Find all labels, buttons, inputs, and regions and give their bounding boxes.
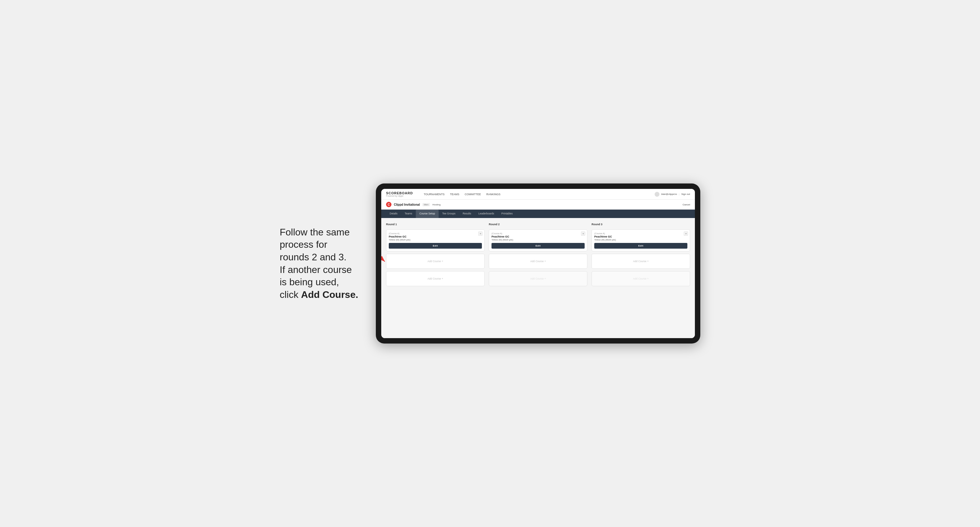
gender-badge: Men bbox=[422, 203, 430, 206]
instruction-line4: If another course bbox=[280, 264, 352, 275]
instruction-line2: process for bbox=[280, 239, 327, 250]
user-email: blair@clippd.io bbox=[661, 193, 677, 195]
powered-by: Powered by clippd bbox=[386, 195, 413, 197]
tab-details[interactable]: Details bbox=[386, 210, 401, 218]
nav-tournaments[interactable]: TOURNAMENTS bbox=[423, 192, 444, 197]
tab-leaderboards[interactable]: Leaderboards bbox=[475, 210, 498, 218]
nav-rankings[interactable]: RANKINGS bbox=[487, 192, 501, 197]
tournament-left: C Clippd Invitational Men Hosting bbox=[386, 202, 441, 207]
round-3-course-card: ✕ (Course A) Peachtree GC Yellow (M) (66… bbox=[592, 229, 690, 251]
round-3-course-details: Yellow (M) (6629 yds) bbox=[594, 238, 687, 241]
tab-bar: Details Teams Course Setup Tee Groups Re… bbox=[381, 210, 695, 218]
tablet-frame: SCOREBOARD Powered by clippd TOURNAMENTS… bbox=[376, 184, 700, 343]
round-1-add-course-1-text: Add Course + bbox=[428, 260, 443, 263]
instruction-line5: is being used, bbox=[280, 276, 339, 287]
cancel-button[interactable]: Cancel bbox=[682, 203, 690, 206]
round-2-course-label: (Course A) bbox=[492, 232, 585, 235]
tab-course-setup[interactable]: Course Setup bbox=[416, 210, 439, 218]
round-1-delete-icon[interactable]: ✕ bbox=[478, 232, 482, 236]
round-3-add-course-2: Add Course + bbox=[592, 271, 690, 286]
round-2-title: Round 2 bbox=[489, 223, 587, 226]
round-1-course-card: ✕ (Course A) Peachtree GC Yellow (M) (66… bbox=[386, 229, 485, 251]
round-1-course-label: (Course A) bbox=[389, 232, 482, 235]
round-2-column: Round 2 ✕ (Course A) Peachtree GC Yellow… bbox=[489, 223, 587, 286]
logo-area: SCOREBOARD Powered by clippd bbox=[386, 191, 413, 197]
round-1-add-course-2-text: Add Course + bbox=[428, 277, 443, 280]
instruction-text: Follow the same process for rounds 2 and… bbox=[280, 226, 364, 301]
tab-tee-groups[interactable]: Tee Groups bbox=[439, 210, 459, 218]
round-2-course-card: ✕ (Course A) Peachtree GC Yellow (M) (66… bbox=[489, 229, 587, 251]
nav-right: blair@clippd.io | Sign out bbox=[655, 192, 690, 197]
page-wrapper: Follow the same process for rounds 2 and… bbox=[280, 184, 700, 343]
round-3-course-label: (Course A) bbox=[594, 232, 687, 235]
round-2-course-details: Yellow (M) (6629 yds) bbox=[492, 238, 585, 241]
round-2-add-course-2-text: Add Course + bbox=[530, 277, 546, 280]
instruction-line6-bold: Add Course. bbox=[301, 289, 358, 300]
tablet-screen: SCOREBOARD Powered by clippd TOURNAMENTS… bbox=[381, 189, 695, 338]
tournament-name: Clippd Invitational bbox=[394, 203, 420, 206]
nav-separator: | bbox=[679, 193, 679, 195]
round-2-delete-icon[interactable]: ✕ bbox=[581, 232, 585, 236]
round-2-add-course-2: Add Course + bbox=[489, 271, 587, 286]
nav-committee[interactable]: COMMITTEE bbox=[465, 192, 481, 197]
round-3-add-course-1[interactable]: Add Course + bbox=[592, 254, 690, 269]
round-3-add-course-2-text: Add Course + bbox=[633, 277, 649, 280]
instruction-line6-plain: click bbox=[280, 289, 301, 300]
round-1-title: Round 1 bbox=[386, 223, 485, 226]
tab-teams[interactable]: Teams bbox=[401, 210, 416, 218]
main-content: Round 1 ✕ (Course A) Peachtree GC Yellow… bbox=[381, 218, 695, 338]
instruction-line3: rounds 2 and 3. bbox=[280, 252, 347, 262]
nav-links: TOURNAMENTS TEAMS COMMITTEE RANKINGS bbox=[423, 192, 648, 197]
round-2-edit-button[interactable]: Edit bbox=[492, 243, 585, 249]
round-3-title: Round 3 bbox=[592, 223, 690, 226]
round-3-delete-icon[interactable]: ✕ bbox=[684, 232, 688, 236]
round-3-course-name: Peachtree GC bbox=[594, 235, 687, 238]
c-logo: C bbox=[386, 202, 391, 207]
round-2-add-course-1-text: Add Course + bbox=[530, 260, 546, 263]
round-3-add-course-1-text: Add Course + bbox=[633, 260, 649, 263]
hosting-badge: Hosting bbox=[432, 203, 441, 206]
user-avatar bbox=[655, 192, 659, 197]
round-1-course-name: Peachtree GC bbox=[389, 235, 482, 238]
round-2-add-course-1[interactable]: Add Course + bbox=[489, 254, 587, 269]
nav-teams[interactable]: TEAMS bbox=[450, 192, 459, 197]
tab-printables[interactable]: Printables bbox=[498, 210, 516, 218]
round-1-column: Round 1 ✕ (Course A) Peachtree GC Yellow… bbox=[386, 223, 485, 286]
top-nav: SCOREBOARD Powered by clippd TOURNAMENTS… bbox=[381, 189, 695, 200]
instruction-line1: Follow the same bbox=[280, 227, 350, 238]
sign-out-link[interactable]: Sign out bbox=[681, 193, 690, 195]
round-1-edit-button[interactable]: Edit bbox=[389, 243, 482, 249]
round-3-column: Round 3 ✕ (Course A) Peachtree GC Yellow… bbox=[592, 223, 690, 286]
round-1-add-course-1[interactable]: Add Course + bbox=[386, 254, 485, 269]
round-2-course-name: Peachtree GC bbox=[492, 235, 585, 238]
round-3-edit-button[interactable]: Edit bbox=[594, 243, 687, 249]
round-1-course-details: Yellow (M) (6629 yds) bbox=[389, 238, 482, 241]
tournament-header: C Clippd Invitational Men Hosting Cancel bbox=[381, 200, 695, 210]
tab-results[interactable]: Results bbox=[459, 210, 475, 218]
round-1-add-course-2[interactable]: Add Course + bbox=[386, 271, 485, 286]
rounds-grid: Round 1 ✕ (Course A) Peachtree GC Yellow… bbox=[386, 223, 690, 286]
scoreboard-logo: SCOREBOARD bbox=[386, 191, 413, 195]
